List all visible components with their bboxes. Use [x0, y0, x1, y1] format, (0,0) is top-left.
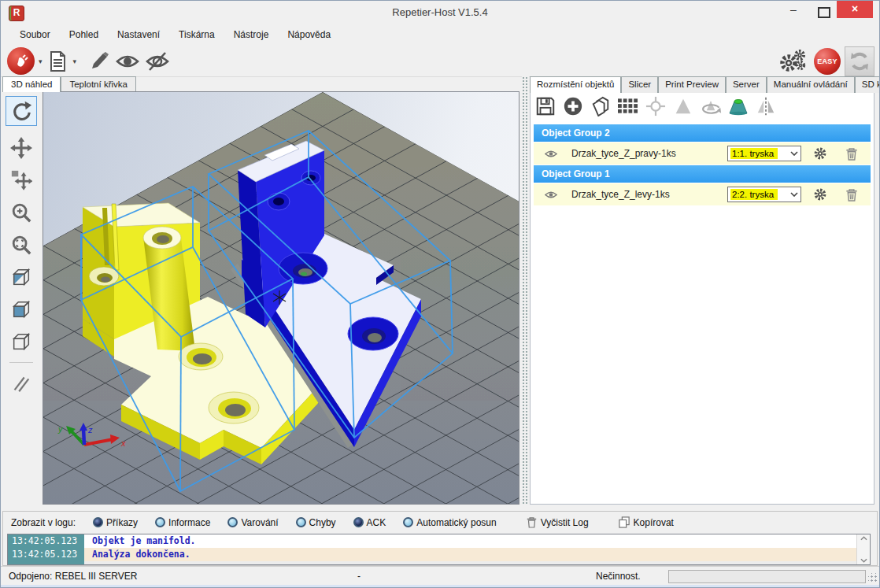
- minimize-button[interactable]: –: [783, 4, 804, 18]
- main-toolbar: ▾ ▾: [1, 45, 879, 77]
- delete-trash-icon[interactable]: [845, 147, 858, 161]
- copy-log-button[interactable]: Kopírovat: [619, 516, 674, 528]
- filter-warnings[interactable]: Varování: [227, 517, 278, 528]
- show-filament-button[interactable]: [114, 49, 141, 74]
- magnifier-fit-icon: [10, 234, 32, 256]
- copy-icon: [590, 96, 611, 116]
- object-settings-gear-icon[interactable]: [812, 146, 828, 161]
- object-row[interactable]: Drzak_tyce_Z_pravy-1ks 1:1. tryska: [534, 142, 871, 165]
- view-perspective-button[interactable]: [6, 327, 37, 357]
- view-front-button[interactable]: [6, 294, 37, 324]
- tab-print-preview[interactable]: Print Preview: [658, 76, 726, 93]
- lay-flat-button[interactable]: [727, 95, 749, 117]
- clear-log-button[interactable]: Vyčistit Log: [527, 516, 589, 528]
- rotate-object-button[interactable]: [700, 95, 722, 117]
- object-row[interactable]: Drzak_tyce_Z_levy-1ks 2:2. tryska: [534, 183, 871, 205]
- extruder-select[interactable]: 1:1. tryska: [727, 146, 801, 161]
- tab-object-placement[interactable]: Rozmístění objektů: [530, 76, 621, 93]
- log-time-column: 13:42:05.123 13:42:05.123: [8, 534, 84, 564]
- visibility-eye-icon[interactable]: [545, 190, 557, 200]
- move-object-button[interactable]: [6, 165, 37, 195]
- menu-napoveda[interactable]: Nápověda: [278, 26, 340, 43]
- object-group-header[interactable]: Object Group 1: [534, 165, 871, 183]
- log-time: 13:42:05.123: [8, 534, 84, 548]
- magnifier-plus-icon: [10, 202, 32, 224]
- extruder-value: 1:1. tryska: [730, 148, 778, 159]
- filter-circle-icon: [93, 517, 103, 527]
- close-button[interactable]: ×: [837, 1, 873, 18]
- grid-icon: [618, 98, 638, 115]
- connect-dropdown-caret[interactable]: ▾: [39, 57, 43, 65]
- zoom-in-button[interactable]: [6, 198, 37, 227]
- center-object-button[interactable]: [645, 95, 667, 117]
- tab-slicer[interactable]: Slicer: [621, 76, 658, 93]
- save-button[interactable]: [534, 95, 556, 117]
- zoom-fit-button[interactable]: [6, 230, 37, 260]
- activity-status: Nečinnost.: [596, 571, 641, 582]
- cube-front-icon: [10, 298, 32, 320]
- load-file-button[interactable]: [46, 49, 69, 74]
- 3d-scene: x y z: [43, 92, 519, 504]
- emergency-reset-button[interactable]: [845, 46, 874, 76]
- copy-icon: [619, 516, 630, 528]
- log-scrollbar[interactable]: [856, 534, 870, 564]
- mirror-object-button[interactable]: [755, 95, 777, 117]
- filter-commands[interactable]: Příkazy: [93, 517, 138, 528]
- log-output[interactable]: 13:42:05.123 13:42:05.123 Objekt je mani…: [7, 534, 871, 565]
- gears-icon: [778, 48, 809, 75]
- autoposition-button[interactable]: [617, 95, 639, 117]
- title-bar[interactable]: R Repetier-Host V1.5.4 – ×: [1, 1, 879, 24]
- tab-temperature-curve[interactable]: Teplotní křivka: [61, 76, 136, 92]
- load-dropdown-caret[interactable]: ▾: [73, 57, 77, 65]
- filter-ack[interactable]: ACK: [353, 517, 386, 528]
- add-object-button[interactable]: [562, 95, 584, 117]
- scale-object-button[interactable]: [672, 95, 694, 117]
- move-view-button[interactable]: [6, 133, 37, 163]
- visibility-eye-icon[interactable]: [545, 149, 557, 159]
- filter-circle-icon: [403, 517, 413, 527]
- object-settings-gear-icon[interactable]: [812, 187, 828, 202]
- filter-errors[interactable]: Chyby: [296, 517, 336, 528]
- menu-pohled[interactable]: Pohled: [60, 26, 108, 43]
- rotate-view-button[interactable]: [6, 96, 37, 126]
- svg-text:z: z: [87, 425, 93, 435]
- 3d-viewport[interactable]: x y z: [43, 91, 519, 505]
- pencil-icon: [87, 50, 110, 73]
- panel-splitter[interactable]: [522, 76, 529, 505]
- view-isometric-button[interactable]: [6, 262, 37, 292]
- tab-manual-control[interactable]: Manuální ovládání: [767, 76, 855, 93]
- settings-gears-button[interactable]: [777, 47, 810, 76]
- maximize-button[interactable]: [818, 7, 830, 18]
- easy-mode-button[interactable]: EASY: [814, 48, 841, 75]
- menu-nastroje[interactable]: Nástroje: [224, 26, 279, 43]
- progress-bar: [668, 570, 866, 583]
- menu-tiskarna[interactable]: Tiskárna: [169, 26, 224, 43]
- object-group-header[interactable]: Object Group 2: [534, 124, 871, 142]
- filter-info[interactable]: Informace: [155, 517, 210, 528]
- chevron-down-icon: [790, 192, 798, 197]
- tab-server[interactable]: Server: [726, 76, 767, 93]
- connect-printer-button[interactable]: [7, 47, 35, 75]
- tab-3d-view[interactable]: 3D náhled: [2, 76, 61, 92]
- menu-soubor[interactable]: Soubor: [10, 26, 60, 43]
- svg-text:x: x: [120, 438, 126, 448]
- filter-autoscroll[interactable]: Automatický posun: [403, 517, 496, 528]
- document-icon: [46, 50, 68, 73]
- scroll-down-icon[interactable]: [860, 558, 867, 563]
- delete-trash-icon[interactable]: [845, 188, 858, 202]
- scroll-up-icon[interactable]: [860, 536, 867, 541]
- resize-grip[interactable]: [868, 573, 878, 582]
- extruder-select[interactable]: 2:2. tryska: [727, 187, 801, 202]
- parallel-projection-button[interactable]: [6, 368, 37, 398]
- log-time: 13:42:05.123: [8, 548, 84, 561]
- eye-icon: [115, 50, 140, 73]
- menu-nastaveni[interactable]: Nastavení: [108, 26, 169, 43]
- scale-icon: [673, 96, 693, 116]
- copy-object-button[interactable]: [590, 95, 612, 117]
- crosshair-icon: [645, 96, 666, 116]
- edit-object-button[interactable]: [86, 49, 111, 74]
- filter-circle-icon: [155, 517, 165, 527]
- rotate-icon: [10, 100, 32, 122]
- hide-travel-button[interactable]: [144, 49, 171, 74]
- tab-sd-card[interactable]: SD karta: [855, 76, 880, 93]
